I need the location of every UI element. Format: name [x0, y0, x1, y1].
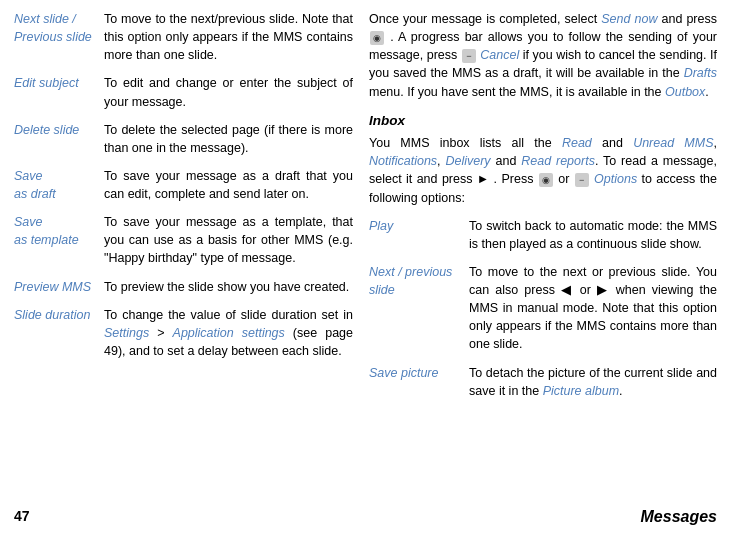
link-picture-album: Picture album	[543, 384, 619, 398]
link-unread: Unread MMS	[633, 136, 713, 150]
link-cancel: Cancel	[480, 48, 519, 62]
def-preview-mms: To preview the slide show you have creat…	[104, 278, 353, 296]
left-column: Next slide /Previous slide To move to th…	[0, 10, 365, 534]
footer: 47 Messages	[0, 501, 731, 534]
link-read-reports: Read reports	[521, 154, 595, 168]
term-save-draft: Saveas draft	[14, 167, 104, 203]
term-play: Play	[369, 217, 469, 253]
entry-next-prev-slide: Next / previousslide To move to the next…	[369, 263, 717, 354]
link-delivery: Delivery	[445, 154, 490, 168]
link-send-now: Send now	[601, 12, 657, 26]
term-preview-mms: Preview MMS	[14, 278, 104, 296]
term-edit-subject: Edit subject	[14, 74, 104, 110]
right-column: Once your message is completed, select S…	[365, 10, 731, 534]
def-save-draft: To save your message as a draft that you…	[104, 167, 353, 203]
term-next-slide: Next slide /Previous slide	[14, 10, 104, 64]
cancel-icon: −	[462, 49, 476, 63]
footer-title: Messages	[641, 505, 718, 528]
def-slide-duration: To change the value of slide duration se…	[104, 306, 353, 360]
term-save-template: Saveas template	[14, 213, 104, 267]
entry-edit-subject: Edit subject To edit and change or enter…	[14, 74, 353, 110]
def-edit-subject: To edit and change or enter the subject …	[104, 74, 353, 110]
def-next-prev-slide: To move to the next or previous slide. Y…	[469, 263, 717, 354]
link-drafts: Drafts	[684, 66, 717, 80]
term-delete-slide: Delete slide	[14, 121, 104, 157]
def-save-template: To save your message as a template, that…	[104, 213, 353, 267]
def-delete-slide: To delete the selected page (if there is…	[104, 121, 353, 157]
entry-save-picture: Save picture To detach the picture of th…	[369, 364, 717, 400]
link-app-settings: Application settings	[173, 326, 285, 340]
entry-delete-slide: Delete slide To delete the selected page…	[14, 121, 353, 157]
entry-save-template: Saveas template To save your message as …	[14, 213, 353, 267]
entry-preview-mms: Preview MMS To preview the slide show yo…	[14, 278, 353, 296]
link-read: Read	[562, 136, 592, 150]
def-save-picture: To detach the picture of the current sli…	[469, 364, 717, 400]
inbox-heading: Inbox	[369, 111, 717, 131]
def-play: To switch back to automatic mode: the MM…	[469, 217, 717, 253]
entry-save-draft: Saveas draft To save your message as a d…	[14, 167, 353, 203]
page-number: 47	[14, 506, 30, 526]
ok-icon: ◉	[539, 173, 553, 187]
term-slide-duration: Slide duration	[14, 306, 104, 360]
send-icon: ◉	[370, 31, 384, 45]
link-notifications: Notifications	[369, 154, 437, 168]
inbox-intro-paragraph: You MMS inbox lists all the Read and Unr…	[369, 134, 717, 207]
link-outbox: Outbox	[665, 85, 705, 99]
link-settings: Settings	[104, 326, 149, 340]
def-next-slide: To move to the next/previous slide. Note…	[104, 10, 353, 64]
link-options: Options	[594, 172, 637, 186]
entry-slide-duration: Slide duration To change the value of sl…	[14, 306, 353, 360]
options-icon: −	[575, 173, 589, 187]
entry-play: Play To switch back to automatic mode: t…	[369, 217, 717, 253]
send-paragraph: Once your message is completed, select S…	[369, 10, 717, 101]
entry-next-slide: Next slide /Previous slide To move to th…	[14, 10, 353, 64]
term-next-prev-slide: Next / previousslide	[369, 263, 469, 354]
term-save-picture: Save picture	[369, 364, 469, 400]
